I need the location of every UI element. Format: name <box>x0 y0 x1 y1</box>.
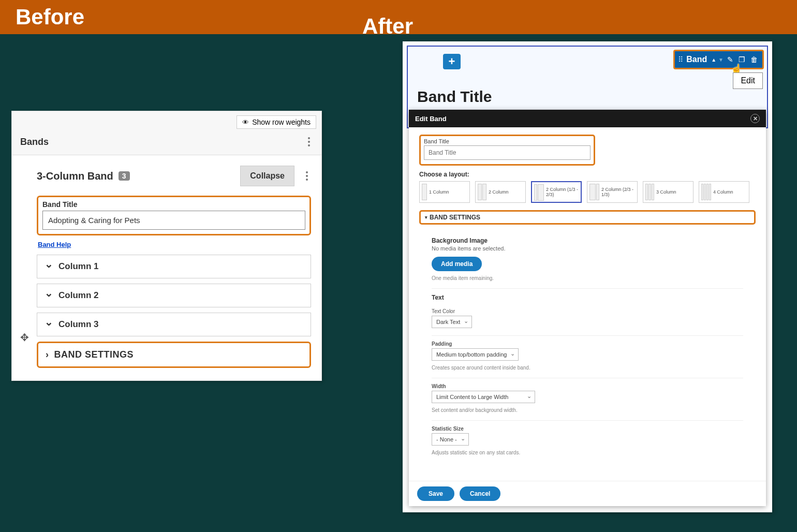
toolbar-band-label: Band <box>684 55 709 64</box>
show-row-weights-button[interactable]: Show row weights <box>237 115 316 129</box>
show-row-weights-label: Show row weights <box>252 118 311 126</box>
padding-group: Padding Medium top/bottom padding Create… <box>432 336 743 378</box>
layout-option-label: 4 Column <box>713 189 733 195</box>
chevron-down-icon <box>45 319 53 330</box>
layout-thumb <box>534 184 544 200</box>
text-heading: Text <box>432 294 743 301</box>
width-hint: Set content and/or background width. <box>432 407 743 413</box>
column-3-row[interactable]: Column 3 <box>37 313 311 336</box>
media-remaining-hint: One media item remaining. <box>432 275 743 281</box>
layout-option-label: 2 Column (2/3 - 1/3) <box>601 187 635 197</box>
layout-option-label: 2 Column (1/3 - 2/3) <box>546 187 579 197</box>
stat-hint: Adjusts statistic size on any stat cards… <box>432 450 743 455</box>
chevron-right-icon <box>46 349 49 360</box>
choose-layout-label: Choose a layout: <box>419 171 756 178</box>
band-toolbar: ⠿ Band ▲ ▼ ✎ ❐ 🗑 <box>673 50 764 69</box>
grip-icon[interactable]: ⠿ <box>678 55 682 64</box>
layout-option-label: 1 Column <box>429 189 449 195</box>
move-up-icon[interactable]: ▲ <box>711 57 716 63</box>
eye-icon <box>242 118 249 126</box>
layout-options: 1 Column2 Column2 Column (1/3 - 2/3)2 Co… <box>419 181 756 203</box>
band-help-link[interactable]: Band Help <box>38 241 71 248</box>
chevron-down-icon <box>45 290 53 301</box>
edit-band-modal: Edit Band ✕ Band Title Choose a layout: … <box>409 110 766 506</box>
band-card-header: 3-Column Band 3 Collapse <box>37 166 311 186</box>
cancel-button[interactable]: Cancel <box>460 486 500 501</box>
band-title-label: Band Title <box>42 200 305 209</box>
width-label: Width <box>432 383 743 389</box>
layout-option-4[interactable]: 3 Column <box>643 181 693 203</box>
text-group: Text Text Color Dark Text <box>432 289 743 336</box>
text-color-select[interactable]: Dark Text <box>432 316 472 328</box>
band-settings-label: BAND SETTINGS <box>54 349 134 360</box>
layout-thumb <box>422 184 427 200</box>
layout-option-label: 2 Column <box>489 189 509 195</box>
layout-thumb <box>645 184 654 200</box>
layout-thumb <box>478 184 486 200</box>
band-settings-header-label: BAND SETTINGS <box>430 214 480 221</box>
drag-handle-icon[interactable]: ✥ <box>20 331 29 344</box>
settings-block: Background Image No media items are sele… <box>419 232 756 463</box>
layout-option-3[interactable]: 2 Column (2/3 - 1/3) <box>587 181 638 203</box>
modal-band-title-label: Band Title <box>424 138 591 144</box>
text-color-label: Text Color <box>432 308 743 314</box>
column-count-badge: 3 <box>119 171 130 181</box>
layout-thumb <box>701 184 711 200</box>
statistic-group: Statistic Size - None - Adjusts statisti… <box>432 421 743 463</box>
padding-hint: Creates space around content inside band… <box>432 365 743 371</box>
comparison-header: Before After <box>0 0 797 34</box>
band-name: 3-Column Band <box>37 170 113 182</box>
width-group: Width Limit Content to Large Width Set c… <box>432 378 743 421</box>
column-3-label: Column 3 <box>58 319 98 330</box>
band-settings-header[interactable]: ▾ BAND SETTINGS <box>419 210 756 225</box>
stat-select[interactable]: - None - <box>432 433 469 446</box>
close-icon[interactable]: ✕ <box>750 114 760 123</box>
width-select[interactable]: Limit Content to Large Width <box>432 391 535 403</box>
bands-heading: Bands <box>20 137 49 147</box>
band-title-field-block: Band Title <box>419 135 595 166</box>
layout-option-0[interactable]: 1 Column <box>419 181 470 203</box>
column-1-label: Column 1 <box>58 261 98 272</box>
add-media-button[interactable]: Add media <box>432 257 482 271</box>
padding-select[interactable]: Medium top/bottom padding <box>432 348 519 361</box>
modal-header: Edit Band ✕ <box>409 110 766 127</box>
layout-option-label: 3 Column <box>656 189 676 195</box>
before-label: Before <box>16 5 84 29</box>
band-title-input[interactable] <box>42 211 305 230</box>
after-panel: + ⠿ Band ▲ ▼ ✎ ❐ 🗑 ☝ Edit Band Title Edi… <box>403 41 772 512</box>
band-title-heading: Band Title <box>417 88 492 106</box>
column-2-row[interactable]: Column 2 <box>37 284 311 307</box>
column-1-row[interactable]: Column 1 <box>37 255 311 278</box>
band-card: 3-Column Band 3 Collapse Band Title Band… <box>12 155 321 380</box>
before-panel: Show row weights Bands 3-Column Band 3 C… <box>11 111 322 381</box>
padding-label: Padding <box>432 341 743 347</box>
save-button[interactable]: Save <box>417 486 454 501</box>
collapse-button[interactable]: Collapse <box>240 166 294 186</box>
band-title-block: Band Title <box>37 196 311 235</box>
duplicate-icon[interactable]: ❐ <box>737 55 747 64</box>
band-settings-toggle[interactable]: BAND SETTINGS <box>37 342 311 368</box>
chevron-down-icon <box>45 261 53 272</box>
edit-tooltip: Edit <box>733 72 763 89</box>
stat-label: Statistic Size <box>432 426 743 432</box>
delete-icon[interactable]: 🗑 <box>749 55 759 64</box>
edit-icon[interactable]: ✎ <box>726 55 735 64</box>
bg-image-sub: No media items are selected. <box>432 245 743 252</box>
layout-option-1[interactable]: 2 Column <box>475 181 526 203</box>
modal-footer: Save Cancel <box>409 481 766 506</box>
background-image-group: Background Image No media items are sele… <box>432 232 743 289</box>
modal-body: Band Title Choose a layout: 1 Column2 Co… <box>409 127 766 481</box>
bands-menu-button[interactable] <box>305 135 313 149</box>
layout-thumb <box>589 184 599 200</box>
plus-icon: + <box>449 55 455 68</box>
layout-option-2[interactable]: 2 Column (1/3 - 2/3) <box>531 181 582 203</box>
triangle-down-icon: ▾ <box>425 215 427 220</box>
modal-band-title-input[interactable] <box>424 145 591 160</box>
column-2-label: Column 2 <box>58 290 98 301</box>
layout-option-5[interactable]: 4 Column <box>699 181 749 203</box>
move-down-icon[interactable]: ▼ <box>718 57 724 63</box>
band-menu-button[interactable] <box>303 169 311 183</box>
content-area: Show row weights Bands 3-Column Band 3 C… <box>0 34 797 532</box>
modal-title: Edit Band <box>415 115 447 123</box>
add-block-button[interactable]: + <box>443 54 461 69</box>
